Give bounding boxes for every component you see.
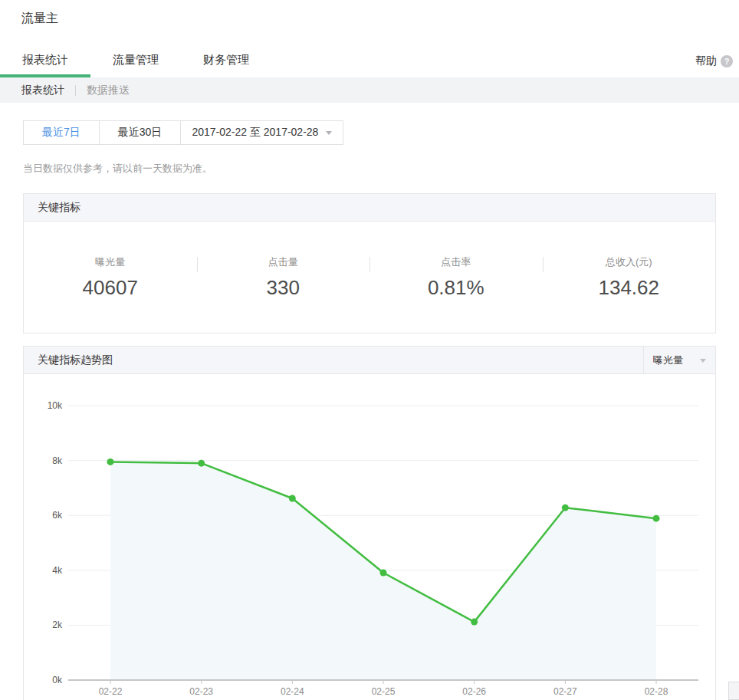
svg-text:10k: 10k (48, 400, 63, 411)
svg-text:02-24: 02-24 (281, 686, 304, 697)
chevron-down-icon (326, 131, 332, 135)
svg-text:2k: 2k (52, 619, 63, 630)
svg-text:8k: 8k (52, 455, 63, 466)
metric-impressions: 曝光量 40607 (24, 255, 197, 333)
page-title: 流量主 (21, 11, 718, 27)
svg-text:02-23: 02-23 (189, 686, 213, 697)
trend-chart-panel: 关键指标趋势图 曝光量 0k2k4k6k8k10k02-2202-2302-24… (23, 346, 716, 700)
date-filter-group: 最近7日 最近30日 2017-02-22 至 2017-02-28 (23, 120, 343, 145)
metric-label: 点击率 (370, 255, 543, 269)
key-metrics-panel: 关键指标 曝光量 40607 点击量 330 点击率 0.81% 总收入(元) … (23, 193, 716, 334)
metric-ctr: 点击率 0.81% (370, 255, 543, 333)
subnav-divider (75, 85, 76, 96)
metrics-row: 曝光量 40607 点击量 330 点击率 0.81% 总收入(元) 134.6… (24, 222, 715, 333)
metric-value: 40607 (24, 276, 197, 300)
tab-finance-management[interactable]: 财务管理 (181, 47, 271, 77)
svg-text:02-27: 02-27 (553, 686, 577, 697)
metric-value: 134.62 (543, 276, 716, 300)
chevron-down-icon (700, 359, 706, 363)
metric-label: 点击量 (197, 255, 370, 269)
date-range-value: 2017-02-22 至 2017-02-28 (192, 126, 318, 140)
sub-navigation: 报表统计 数据推送 (0, 77, 739, 103)
date-range-picker[interactable]: 2017-02-22 至 2017-02-28 (181, 121, 343, 144)
scroll-widget[interactable] (728, 682, 739, 700)
tab-traffic-management[interactable]: 流量管理 (90, 47, 181, 77)
key-metrics-panel-title: 关键指标 (24, 194, 715, 222)
svg-text:4k: 4k (52, 565, 63, 576)
chart-metric-select-value: 曝光量 (653, 353, 683, 367)
svg-text:02-28: 02-28 (645, 686, 668, 697)
metric-value: 330 (197, 276, 370, 300)
metric-label: 总收入(元) (543, 255, 716, 269)
svg-text:02-25: 02-25 (372, 686, 396, 697)
svg-text:02-22: 02-22 (99, 686, 123, 697)
help-link[interactable]: 帮助 ? (695, 54, 733, 68)
page-header: 流量主 (0, 0, 739, 27)
date-filter-row: 最近7日 最近30日 2017-02-22 至 2017-02-28 (23, 120, 716, 145)
subnav-item-report-stats[interactable]: 报表统计 (21, 84, 64, 97)
svg-text:02-26: 02-26 (462, 686, 486, 697)
metric-label: 曝光量 (24, 255, 197, 269)
filter-last-30-days-button[interactable]: 最近30日 (100, 121, 182, 144)
trend-chart-header: 关键指标趋势图 曝光量 (24, 347, 715, 374)
tab-report-stats[interactable]: 报表统计 (0, 47, 90, 77)
trend-line-chart: 0k2k4k6k8k10k02-2202-2302-2402-2502-2602… (24, 374, 715, 700)
metric-clicks: 点击量 330 (197, 255, 370, 333)
svg-text:0k: 0k (52, 675, 63, 685)
question-circle-icon[interactable]: ? (721, 55, 733, 67)
data-notice: 当日数据仅供参考，请以前一天数据为准。 (23, 162, 716, 176)
subnav-item-data-push[interactable]: 数据推送 (87, 84, 130, 97)
metric-value: 0.81% (370, 276, 543, 300)
main-tabbar: 报表统计 流量管理 财务管理 帮助 ? (0, 47, 739, 77)
line-chart-svg: 0k2k4k6k8k10k02-2202-2302-2402-2502-2602… (24, 374, 737, 700)
svg-text:6k: 6k (52, 510, 63, 521)
metric-total-revenue: 总收入(元) 134.62 (543, 255, 716, 333)
trend-chart-title: 关键指标趋势图 (38, 353, 113, 367)
help-label[interactable]: 帮助 (695, 54, 717, 68)
filter-last-7-days-button[interactable]: 最近7日 (24, 121, 100, 144)
chart-metric-select[interactable]: 曝光量 (643, 347, 715, 374)
main-content: 最近7日 最近30日 2017-02-22 至 2017-02-28 当日数据仅… (0, 120, 739, 700)
